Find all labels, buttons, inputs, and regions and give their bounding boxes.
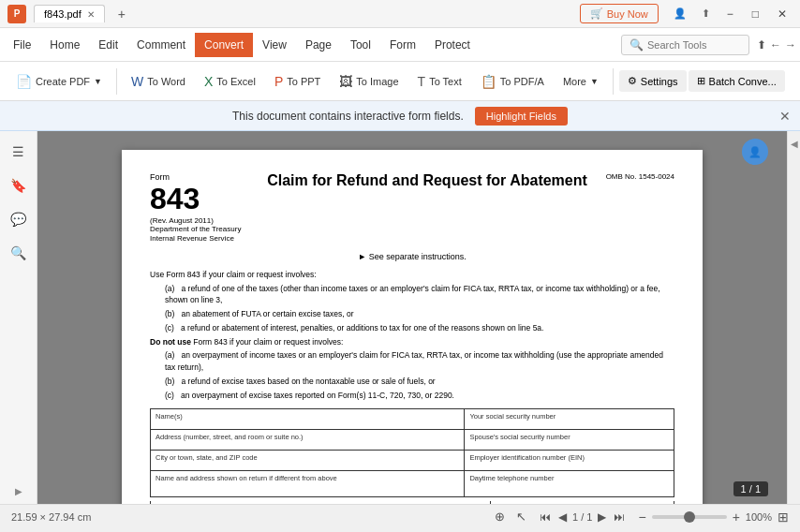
minimize-button[interactable]: −	[721, 6, 739, 22]
sidebar-nav-icon[interactable]: ☰	[6, 139, 32, 165]
page-badge: 1 / 1	[733, 481, 768, 496]
donotuse-item-c: (c) an overpayment of excise taxes repor…	[150, 390, 674, 402]
left-sidebar: ☰ 🔖 💬 🔍 ▶	[0, 131, 37, 504]
ein-field[interactable]: Employer identification number (EIN)	[465, 451, 674, 471]
form-dept1: Department of the Treasury	[150, 225, 241, 234]
pdf-viewer[interactable]: 👤 Form 843 (Rev. August 2011) Department…	[37, 131, 787, 504]
forward-icon[interactable]: →	[785, 38, 796, 52]
document-tab[interactable]: f843.pdf ✕	[34, 5, 105, 22]
tab-close-icon[interactable]: ✕	[87, 9, 95, 20]
spouse-ssn-field[interactable]: Spouse's social security number	[465, 430, 674, 451]
donotuse-item-a: (a) an overpayment of income taxes or an…	[150, 349, 674, 374]
status-bar: 21.59 × 27.94 cm ⊕ ↖ ⏮ ◀ 1 / 1 ▶ ⏭ − + 1…	[0, 504, 800, 528]
form-title-text: Claim for Refund and Request for Abateme…	[256, 172, 598, 189]
share-icon[interactable]: ⬆	[702, 7, 710, 20]
next-page-button[interactable]: ▶	[596, 510, 608, 524]
to-word-button[interactable]: W To Word	[123, 69, 194, 94]
sidebar-bookmark-icon[interactable]: 🔖	[6, 172, 32, 199]
text-icon: T	[418, 74, 426, 89]
search-box[interactable]: 🔍	[621, 35, 749, 55]
form-label: Form	[150, 172, 170, 182]
to-image-button[interactable]: 🖼 To Image	[331, 69, 407, 94]
see-instructions: ► See separate instructions.	[150, 252, 674, 261]
fit-page-button[interactable]: ⊞	[778, 510, 789, 525]
menu-view[interactable]: View	[253, 33, 296, 57]
address-field[interactable]: Address (number, street, and room or sui…	[151, 430, 465, 451]
more-dropdown-icon: ▼	[590, 77, 599, 86]
zoom-thumb[interactable]	[684, 511, 695, 523]
to-excel-button[interactable]: X To Excel	[196, 69, 264, 94]
menu-form[interactable]: Form	[380, 33, 425, 57]
pointer-tool-icon[interactable]: ↖	[516, 510, 526, 524]
batch-convert-button[interactable]: ⊞ Batch Conve...	[689, 70, 785, 92]
highlight-fields-button[interactable]: Highlight Fields	[475, 107, 568, 126]
name-address-field[interactable]: Name and address shown on return if diff…	[151, 471, 465, 497]
menu-file[interactable]: File	[4, 33, 40, 57]
right-sidebar-collapse[interactable]: ◀	[787, 131, 800, 504]
menu-protect[interactable]: Protect	[425, 33, 480, 57]
to-ppt-button[interactable]: P To PPT	[266, 69, 329, 94]
external-link-icon[interactable]: ⬆	[757, 38, 766, 52]
menu-page[interactable]: Page	[296, 33, 341, 57]
notification-close-icon[interactable]: ✕	[779, 109, 791, 124]
back-icon[interactable]: ←	[770, 38, 781, 52]
do-not-use-title: Do not use Form 843 if your claim or req…	[150, 336, 674, 348]
form-dept2: Internal Revenue Service	[150, 234, 234, 244]
word-icon: W	[131, 74, 143, 89]
settings-button[interactable]: ⚙ Settings	[619, 70, 687, 92]
sidebar-collapse-icon[interactable]: ▶	[15, 486, 22, 496]
create-pdf-button[interactable]: 📄 Create PDF ▼	[7, 69, 111, 94]
menu-home[interactable]: Home	[40, 33, 89, 57]
pdf-page: Form 843 (Rev. August 2011) Department o…	[122, 150, 703, 504]
menu-convert[interactable]: Convert	[195, 33, 253, 57]
to-pdfa-button[interactable]: 📋 To PDF/A	[472, 69, 553, 94]
toolbar: 📄 Create PDF ▼ W To Word X To Excel P To…	[0, 62, 800, 101]
first-page-button[interactable]: ⏮	[538, 510, 553, 524]
prev-page-button[interactable]: ◀	[556, 510, 569, 524]
search-icon: 🔍	[630, 38, 644, 52]
settings-icon: ⚙	[628, 75, 637, 87]
more-button[interactable]: More ▼	[555, 71, 607, 92]
menu-tool[interactable]: Tool	[341, 33, 380, 57]
last-page-button[interactable]: ⏭	[612, 510, 627, 524]
document-dimensions: 21.59 × 27.94 cm	[11, 511, 91, 523]
account-icon[interactable]: 👤	[674, 7, 687, 20]
phone-field[interactable]: Daytime telephone number	[465, 471, 674, 497]
name-field[interactable]: Name(s)	[151, 409, 465, 430]
search-input[interactable]	[647, 39, 741, 51]
to-text-button[interactable]: T To Text	[409, 69, 470, 94]
zoom-in-button[interactable]: +	[733, 510, 740, 525]
create-pdf-icon: 📄	[16, 74, 32, 89]
maximize-button[interactable]: □	[747, 6, 764, 22]
title-bar: P f843.pdf ✕ + 🛒 Buy Now 👤 ⬆ − □ ✕	[0, 0, 800, 28]
sidebar-search-icon[interactable]: 🔍	[6, 240, 32, 266]
form-number: 843	[150, 182, 200, 216]
form-title: Claim for Refund and Request for Abateme…	[256, 172, 598, 189]
close-window-button[interactable]: ✕	[772, 6, 793, 22]
form-header: Form 843 (Rev. August 2011) Department o…	[150, 172, 674, 244]
app-logo: P	[7, 5, 26, 23]
cursor-tool-icon[interactable]: ⊕	[495, 510, 505, 524]
use-item-a: (a) a refund of one of the taxes (other …	[150, 283, 674, 307]
page-navigation: ⏮ ◀ 1 / 1 ▶ ⏭	[538, 510, 627, 524]
city-field[interactable]: City or town, state, and ZIP code	[151, 451, 465, 471]
new-tab-button[interactable]: +	[112, 5, 131, 23]
zoom-controls: − + 100% ⊞	[638, 510, 789, 525]
form-number-block: Form 843 (Rev. August 2011) Department o…	[150, 172, 241, 244]
menu-bar: File Home Edit Comment Convert View Page…	[0, 28, 800, 62]
sidebar-comment-icon[interactable]: 💬	[6, 206, 32, 232]
buy-now-button[interactable]: 🛒 Buy Now	[580, 4, 659, 23]
form-omb: OMB No. 1545-0024	[606, 172, 674, 181]
separator-2	[613, 68, 614, 95]
zoom-slider[interactable]	[652, 515, 727, 519]
menu-comment[interactable]: Comment	[127, 33, 195, 57]
ssn-field[interactable]: Your social security number	[465, 409, 674, 430]
use-item-b: (b) an abatement of FUTA or certain exci…	[150, 308, 674, 320]
donotuse-item-b: (b) a refund of excise taxes based on th…	[150, 376, 674, 388]
menu-edit[interactable]: Edit	[89, 33, 127, 57]
zoom-out-button[interactable]: −	[638, 510, 645, 525]
pdfa-icon: 📋	[481, 74, 496, 89]
separator	[116, 68, 117, 95]
tab-filename: f843.pdf	[44, 8, 81, 20]
dropdown-icon: ▼	[94, 77, 102, 86]
